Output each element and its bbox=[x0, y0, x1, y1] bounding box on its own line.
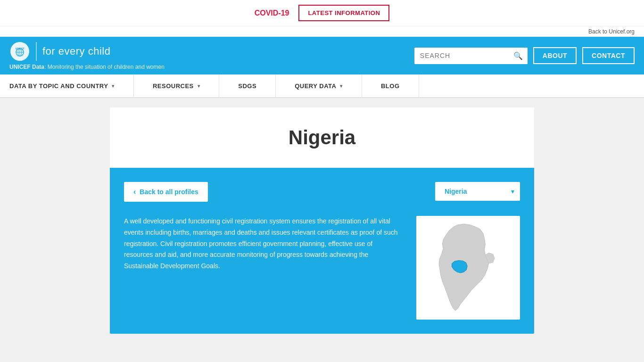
back-arrow-icon: ‹ bbox=[133, 188, 136, 196]
country-title: Nigeria bbox=[119, 126, 525, 149]
nav-item-query-data[interactable]: QUERY DATA ▾ bbox=[276, 74, 362, 97]
nav-item-blog[interactable]: BLOG bbox=[362, 74, 419, 97]
africa-map bbox=[416, 216, 520, 320]
covid-label: COVID-19 bbox=[255, 9, 289, 17]
tagline-bold: UNICEF Data bbox=[9, 64, 44, 70]
back-to-unicef-link[interactable]: Back to Unicef.org bbox=[588, 28, 635, 35]
country-dropdown-wrapper: Nigeria ▾ bbox=[435, 182, 520, 201]
nav-item-sdgs[interactable]: SDGS bbox=[219, 74, 276, 97]
nav-label-sdgs: SDGS bbox=[238, 82, 256, 90]
country-title-section: Nigeria bbox=[110, 107, 534, 168]
latest-info-button[interactable]: LATEST INFORMATION bbox=[298, 5, 389, 21]
chevron-down-icon: ▾ bbox=[112, 83, 115, 89]
main-header: UNICEF for every child UNICEF Data: Moni… bbox=[0, 37, 644, 74]
profile-description: A well developed and functioning civil r… bbox=[124, 216, 402, 272]
nav-label-data-by-topic: DATA BY TOPIC AND COUNTRY bbox=[9, 82, 108, 90]
unicef-data-tagline: UNICEF Data: Monitoring the situation of… bbox=[9, 64, 414, 70]
logo-area: UNICEF for every child UNICEF Data: Moni… bbox=[9, 41, 414, 70]
back-to-profiles-button[interactable]: ‹ Back to all profiles bbox=[124, 182, 208, 202]
unicef-org-bar: Back to Unicef.org bbox=[0, 26, 644, 37]
nav-item-data-by-topic[interactable]: DATA BY TOPIC AND COUNTRY ▾ bbox=[0, 74, 134, 97]
search-button[interactable]: 🔍 bbox=[509, 48, 528, 64]
profile-content: A well developed and functioning civil r… bbox=[124, 216, 520, 320]
nav-label-query-data: QUERY DATA bbox=[295, 82, 336, 90]
profile-top: ‹ Back to all profiles Nigeria ▾ bbox=[124, 182, 520, 202]
header-right: 🔍 ABOUT CONTACT bbox=[414, 47, 635, 64]
logo-divider bbox=[36, 42, 37, 61]
contact-button[interactable]: CONTACT bbox=[582, 47, 635, 64]
chevron-down-icon-3: ▾ bbox=[340, 83, 343, 89]
chevron-down-icon-2: ▾ bbox=[198, 83, 200, 89]
about-button[interactable]: ABOUT bbox=[533, 47, 577, 64]
search-box: 🔍 bbox=[414, 48, 528, 64]
covid-banner: COVID-19 LATEST INFORMATION bbox=[0, 0, 644, 26]
nav-label-blog: BLOG bbox=[381, 82, 400, 90]
search-input[interactable] bbox=[414, 48, 509, 63]
profile-section: ‹ Back to all profiles Nigeria ▾ A well … bbox=[110, 168, 534, 334]
country-select[interactable]: Nigeria bbox=[435, 182, 520, 201]
africa-map-svg bbox=[421, 221, 515, 315]
tagline-rest: : Monitoring the situation of children a… bbox=[44, 64, 165, 70]
country-card: Nigeria ‹ Back to all profiles Nigeria ▾… bbox=[110, 107, 534, 334]
unicef-logo[interactable]: UNICEF bbox=[9, 41, 30, 62]
logo-row: UNICEF for every child bbox=[9, 41, 414, 62]
back-btn-label: Back to all profiles bbox=[140, 188, 198, 196]
nav-item-resources[interactable]: RESOURCES ▾ bbox=[134, 74, 219, 97]
unicef-emblem-icon: UNICEF bbox=[9, 41, 30, 62]
main-content: Nigeria ‹ Back to all profiles Nigeria ▾… bbox=[0, 98, 644, 343]
for-every-child-text: for every child bbox=[42, 45, 110, 58]
nav-label-resources: RESOURCES bbox=[153, 82, 194, 90]
search-icon: 🔍 bbox=[513, 52, 523, 60]
sub-nav: DATA BY TOPIC AND COUNTRY ▾ RESOURCES ▾ … bbox=[0, 74, 644, 98]
